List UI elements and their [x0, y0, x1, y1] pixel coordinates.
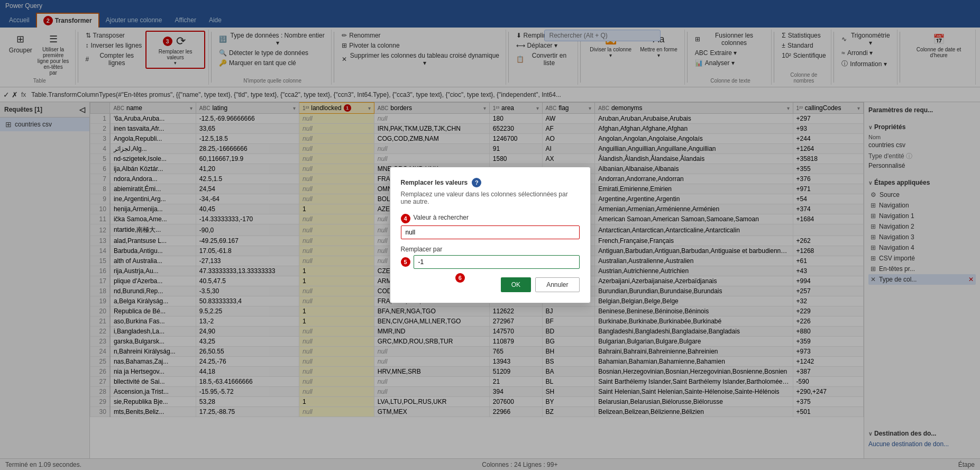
modal-overlay: Remplacer les valeurs ? Remplacez une va… [0, 0, 980, 470]
cancel-button[interactable]: Annuler [535, 277, 579, 292]
replace-value-input[interactable] [414, 255, 580, 269]
modal-help-icon[interactable]: ? [472, 178, 481, 187]
replace-values-modal: Remplacer les valeurs ? Remplacez une va… [390, 167, 591, 303]
replace-field: Remplacer par 5 [401, 246, 580, 269]
badge-6: 6 [455, 273, 465, 283]
modal-subtitle: Remplacez une valeur dans les colonnes s… [401, 191, 580, 205]
ok-button[interactable]: OK [501, 277, 531, 292]
modal-buttons: 6 OK Annuler [401, 277, 580, 292]
badge-5: 5 [401, 257, 410, 267]
search-value-input[interactable] [401, 225, 580, 239]
badge-4: 4 [401, 214, 410, 223]
search-field: 4 Valeur à rechercher [401, 214, 580, 239]
modal-title: Remplacer les valeurs ? [401, 178, 580, 187]
